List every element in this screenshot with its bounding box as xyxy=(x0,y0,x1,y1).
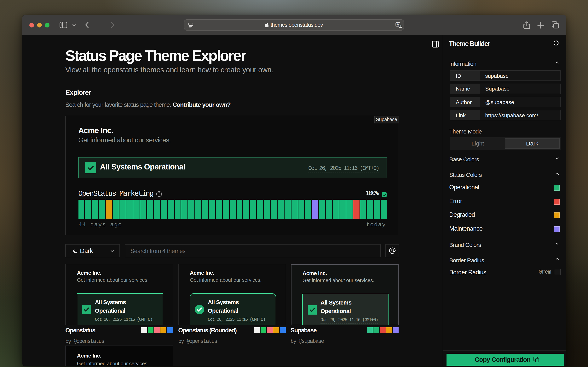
svg-text:文: 文 xyxy=(399,25,402,27)
